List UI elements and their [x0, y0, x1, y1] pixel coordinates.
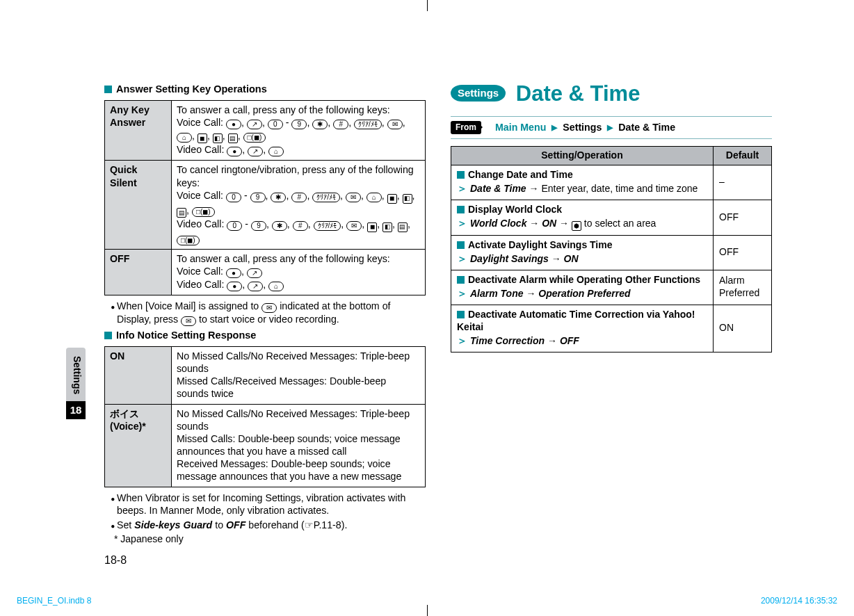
key-icon: ✱	[272, 221, 287, 231]
chevron-right-icon: ▶	[551, 122, 557, 132]
table-row: ボイス (Voice)*No Missed Calls/No Received …	[105, 404, 426, 487]
row-label: ON	[105, 346, 172, 404]
key-icon: ●	[227, 147, 242, 156]
crop-mark-icon	[427, 0, 428, 11]
square-bullet-icon	[457, 311, 465, 318]
table-row: ONNo Missed Calls/No Received Messages: …	[105, 346, 426, 404]
square-bullet-icon	[457, 276, 465, 284]
key-icon: 9	[250, 193, 266, 202]
from-badge: From	[451, 121, 481, 134]
table-row: Display World Clock＞World Clock → ON → ⬢…	[451, 200, 772, 236]
key-icon: ●	[227, 282, 242, 291]
section-title: Info Notice Setting Response	[116, 329, 256, 342]
default-cell: OFF	[714, 200, 772, 236]
square-bullet-icon	[457, 206, 465, 213]
key-icon: 0	[268, 120, 283, 129]
key-icon: ◼	[198, 133, 207, 143]
key-icon: ✉	[387, 120, 403, 129]
content-columns: Answer Setting Key Operations Any Key An…	[104, 80, 812, 546]
default-cell: –	[714, 165, 772, 200]
default-cell: OFF	[714, 236, 772, 270]
table-row: Any Key AnswerTo answer a call, press an…	[105, 100, 426, 161]
square-bullet-icon	[457, 171, 465, 179]
settings-table: Setting/Operation Default Change Date an…	[451, 146, 772, 352]
key-icon: ●	[226, 120, 241, 129]
mail-icon: ✉	[181, 316, 196, 326]
setting-cell: Deactivate Automatic Time Correction via…	[451, 305, 714, 352]
key-icon: ｸﾘｱ/ﾒﾓ	[312, 193, 340, 202]
footnote: * Japanese only	[114, 533, 426, 546]
section-heading: Info Notice Setting Response	[104, 329, 426, 342]
chevron-icon: ＞	[457, 182, 467, 194]
left-column: Answer Setting Key Operations Any Key An…	[104, 80, 426, 546]
key-icon: #	[291, 193, 307, 202]
key-icon: ▤	[228, 133, 238, 143]
breadcrumb-item: Main Menu	[495, 121, 546, 133]
chevron-right-icon: ▶	[607, 122, 613, 132]
breadcrumb-item: Date & Time	[618, 121, 675, 133]
chapter-tab: Settings 18	[66, 348, 86, 419]
row-label: ボイス (Voice)*	[105, 404, 172, 487]
answer-setting-table: Any Key AnswerTo answer a call, press an…	[104, 100, 426, 296]
key-icon: ✱	[271, 193, 286, 202]
key-icon: ✉	[346, 193, 361, 202]
key-icon: ✱	[312, 120, 328, 129]
note-item: When [Voice Mail] is assigned to ✉ indic…	[117, 300, 426, 326]
print-footer: 2009/12/14 16:35:32	[761, 596, 837, 606]
setting-cell: Change Date and Time＞Date & Time → Enter…	[451, 165, 714, 200]
key-icon: ◧	[382, 222, 392, 232]
square-bullet-icon	[104, 332, 112, 339]
key-icon: ⌂	[268, 282, 284, 291]
key-icon: 0	[226, 193, 241, 202]
key-icon: ｸﾘｱ/ﾒﾓ	[354, 120, 382, 129]
chevron-icon: ＞	[457, 287, 467, 299]
key-icon: ◼	[387, 194, 397, 204]
chapter-tab-number: 18	[66, 401, 86, 419]
key-icon: #	[333, 120, 348, 129]
key-icon: ↗	[247, 268, 262, 278]
key-icon: □(◼)	[177, 236, 200, 245]
settings-badge: Settings	[451, 85, 506, 102]
table-row: OFFTo answer a call, press any of the fo…	[105, 250, 426, 295]
section2-notes: When Vibrator is set for Incoming Settin…	[104, 492, 426, 532]
key-icon: □(◼)	[192, 207, 215, 217]
key-icon: ⌂	[177, 133, 192, 143]
breadcrumb: From Main Menu ▶ Settings ▶ Date & Time	[451, 116, 772, 139]
row-label: OFF	[105, 250, 172, 295]
right-column: Settings Date & Time From Main Menu ▶ Se…	[451, 80, 772, 546]
default-cell: Alarm Preferred	[714, 270, 772, 305]
key-icon: ↗	[248, 147, 263, 156]
key-icon: ⌂	[366, 193, 382, 202]
key-icon: ｸﾘｱ/ﾒﾓ	[314, 221, 341, 231]
section1-notes: When [Voice Mail] is assigned to ✉ indic…	[104, 300, 426, 326]
default-cell: ON	[714, 305, 772, 352]
key-icon: ●	[226, 268, 241, 278]
row-content: To answer a call, press any of the follo…	[172, 100, 426, 161]
setting-cell: Deactivate Alarm while Operating Other F…	[451, 270, 714, 305]
key-icon: ◧	[403, 194, 412, 204]
breadcrumb-item: Settings	[563, 121, 602, 133]
key-icon: 9	[291, 120, 307, 129]
crop-mark-icon	[427, 605, 428, 616]
note-item: When Vibrator is set for Incoming Settin…	[117, 492, 426, 517]
table-row: Quick SilentTo cancel ringtone/vibration…	[105, 161, 426, 250]
key-icon: ↗	[248, 282, 263, 291]
col-header: Default	[714, 147, 772, 165]
page-title: Settings Date & Time	[451, 80, 772, 108]
key-icon: ▤	[177, 208, 186, 218]
key-icon: □(◼)	[243, 133, 266, 143]
nav-icon: ⬢	[572, 221, 581, 231]
key-icon: ▤	[398, 222, 408, 232]
section-heading: Answer Setting Key Operations	[104, 83, 426, 96]
square-bullet-icon	[457, 241, 465, 249]
table-row: Deactivate Automatic Time Correction via…	[451, 305, 772, 352]
title-text: Date & Time	[516, 81, 640, 106]
square-bullet-icon	[104, 86, 112, 93]
info-notice-table: ONNo Missed Calls/No Received Messages: …	[104, 346, 426, 487]
chevron-icon: ＞	[457, 252, 467, 264]
mail-icon: ✉	[261, 303, 277, 313]
table-row: Change Date and Time＞Date & Time → Enter…	[451, 165, 772, 200]
key-icon: 9	[251, 221, 266, 231]
col-header: Setting/Operation	[451, 147, 714, 165]
key-icon: ⌂	[268, 147, 284, 156]
